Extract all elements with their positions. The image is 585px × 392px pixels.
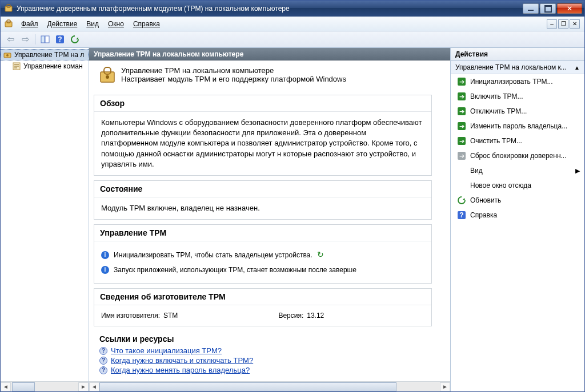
arrow-icon: ➔ bbox=[458, 107, 466, 115]
app-window: Управление доверенным платформенным моду… bbox=[0, 0, 585, 392]
svg-point-9 bbox=[6, 54, 9, 56]
nav-forward-button[interactable]: ⇨ bbox=[19, 33, 31, 46]
action-label: Отключить TPM... bbox=[470, 107, 527, 115]
actions-section-label: Управление TPM на локальном к... bbox=[455, 63, 567, 71]
manage-title: Управление TPM bbox=[94, 225, 431, 241]
link-init[interactable]: Что такое инициализация TPM? bbox=[111, 346, 222, 355]
tree-horizontal-scrollbar[interactable]: ◄ ► bbox=[1, 381, 89, 391]
help-button[interactable]: ? bbox=[54, 33, 66, 46]
maximize-button[interactable] bbox=[540, 3, 556, 14]
close-button[interactable]: ✕ bbox=[557, 3, 582, 14]
action-label: Очистить TPM... bbox=[470, 137, 522, 145]
tree-root-label: Управление TPM на л bbox=[14, 51, 84, 59]
vendor-version-label: Версия: bbox=[278, 311, 303, 321]
help-icon: ? bbox=[99, 357, 107, 365]
tree-root-tpm[interactable]: Управление TPM на л bbox=[1, 49, 89, 60]
tpm-large-icon bbox=[98, 66, 117, 84]
manage-line2: Запуск приложений, использующих TPM, ста… bbox=[114, 265, 356, 275]
tree-child-commands[interactable]: Управление коман bbox=[1, 60, 89, 72]
arrow-icon: ➔ bbox=[458, 122, 466, 130]
action-label: Вид bbox=[470, 167, 483, 175]
action-help[interactable]: ? Справка bbox=[451, 208, 584, 223]
menu-view[interactable]: Вид bbox=[82, 18, 103, 30]
nav-back-button[interactable]: ⇦ bbox=[4, 33, 17, 46]
content-horizontal-scrollbar[interactable]: ◄ ► bbox=[89, 381, 450, 391]
action-initialize-tpm[interactable]: ➔ Инициализировать TPM... bbox=[451, 74, 584, 89]
action-enable-tpm[interactable]: ➔ Включить TPM... bbox=[451, 89, 584, 104]
chevron-right-icon: ▶ bbox=[575, 167, 580, 175]
action-label: Сброс блокировки доверенн... bbox=[470, 152, 567, 160]
arrow-icon: ➔ bbox=[458, 92, 466, 100]
actions-pane: Действия Управление TPM на локальном к..… bbox=[450, 48, 584, 391]
vendor-name-value: STM bbox=[163, 311, 178, 321]
overview-title: Обзор bbox=[94, 95, 431, 112]
status-title: Состояние bbox=[94, 181, 431, 197]
menu-help[interactable]: Справка bbox=[129, 18, 165, 30]
mdi-restore-button[interactable]: ❐ bbox=[558, 19, 568, 29]
minimize-button[interactable] bbox=[523, 3, 539, 14]
show-tree-button[interactable] bbox=[39, 33, 51, 46]
refresh-icon bbox=[458, 196, 466, 204]
overview-text: Компьютеры Windows с оборудованием безоп… bbox=[94, 112, 431, 175]
menu-window[interactable]: Окно bbox=[103, 18, 129, 30]
link-enable-disable[interactable]: Когда нужно включать и отключать TPM? bbox=[111, 356, 253, 365]
panel-status: Состояние Модуль TPM включен, владелец н… bbox=[94, 180, 432, 220]
panel-overview: Обзор Компьютеры Windows с оборудованием… bbox=[94, 95, 432, 176]
links-title: Ссылки и ресурсы bbox=[96, 332, 430, 346]
manage-line1: Инициализировать TPM, чтобы стать владел… bbox=[114, 250, 312, 260]
action-clear-tpm[interactable]: ➔ Очистить TPM... bbox=[451, 134, 584, 148]
tpm-icon bbox=[3, 50, 12, 59]
svg-text:?: ? bbox=[459, 211, 463, 219]
refresh-button[interactable] bbox=[69, 33, 81, 46]
tpm-icon bbox=[4, 19, 13, 29]
action-label: Включить TPM... bbox=[470, 92, 523, 100]
action-disable-tpm[interactable]: ➔ Отключить TPM... bbox=[451, 104, 584, 119]
intro-subtitle: Настраивает модуль TPM и его поддержку п… bbox=[121, 75, 346, 83]
vendor-version-value: 13.12 bbox=[307, 311, 324, 321]
action-reset-lockout[interactable]: ➔ Сброс блокировки доверенн... bbox=[451, 148, 584, 163]
action-change-owner-password[interactable]: ➔ Изменить пароль владельца... bbox=[451, 119, 584, 134]
status-text: Модуль TPM включен, владелец не назначен… bbox=[94, 197, 431, 219]
action-view[interactable]: Вид ▶ bbox=[451, 163, 584, 178]
action-label: Обновить bbox=[470, 196, 501, 204]
intro-title: Управление TPM на локальном компьютере bbox=[121, 66, 346, 75]
link-owner-pw[interactable]: Когда нужно менять пароль владельца? bbox=[111, 366, 250, 374]
refresh-icon[interactable]: ↻ bbox=[317, 249, 324, 261]
help-icon: ? bbox=[99, 347, 107, 355]
help-icon: ? bbox=[99, 366, 107, 374]
arrow-icon: ➔ bbox=[458, 78, 466, 86]
actions-section-header[interactable]: Управление TPM на локальном к... ▲ bbox=[451, 60, 584, 74]
action-label: Инициализировать TPM... bbox=[470, 78, 553, 86]
titlebar[interactable]: Управление доверенным платформенным моду… bbox=[1, 1, 584, 17]
arrow-icon: ➔ bbox=[458, 137, 466, 145]
svg-rect-5 bbox=[45, 36, 49, 43]
panel-vendor: Сведения об изготовителе TPM Имя изготов… bbox=[94, 288, 432, 327]
menu-action[interactable]: Действие bbox=[43, 18, 82, 30]
content-scroll[interactable]: Управление TPM на локальном компьютере Н… bbox=[89, 60, 450, 381]
mdi-close-button[interactable]: ✕ bbox=[570, 19, 580, 29]
toolbar-separator bbox=[35, 34, 35, 45]
svg-point-13 bbox=[106, 75, 109, 79]
window-title: Управление доверенным платформенным моду… bbox=[17, 5, 522, 13]
mdi-minimize-button[interactable]: – bbox=[547, 19, 557, 29]
vendor-title: Сведения об изготовителе TPM bbox=[94, 289, 431, 305]
action-label: Справка bbox=[470, 211, 497, 219]
vendor-name-label: Имя изготовителя: bbox=[101, 311, 160, 321]
action-refresh[interactable]: Обновить bbox=[451, 193, 584, 208]
svg-rect-4 bbox=[41, 36, 45, 43]
action-new-window[interactable]: Новое окно отсюда bbox=[451, 178, 584, 193]
arrow-icon: ➔ bbox=[458, 152, 466, 160]
tpm-icon bbox=[4, 4, 13, 13]
content-pane: Управление TPM на локальном компьютере У… bbox=[89, 48, 450, 391]
action-label: Новое окно отсюда bbox=[470, 181, 531, 189]
info-icon: i bbox=[101, 251, 109, 259]
links-block: Ссылки и ресурсы ? Что такое инициализац… bbox=[94, 332, 432, 375]
tree-pane: Управление TPM на л Управление коман ◄ ► bbox=[1, 48, 89, 391]
svg-text:?: ? bbox=[58, 35, 62, 43]
commands-icon bbox=[12, 62, 21, 71]
action-label: Изменить пароль владельца... bbox=[470, 122, 567, 130]
content-header: Управление TPM на локальном компьютере bbox=[89, 48, 450, 60]
menu-file[interactable]: Файл bbox=[17, 18, 43, 30]
menubar: Файл Действие Вид Окно Справка – ❐ ✕ bbox=[1, 17, 584, 31]
tree-child-label: Управление коман bbox=[23, 62, 83, 70]
